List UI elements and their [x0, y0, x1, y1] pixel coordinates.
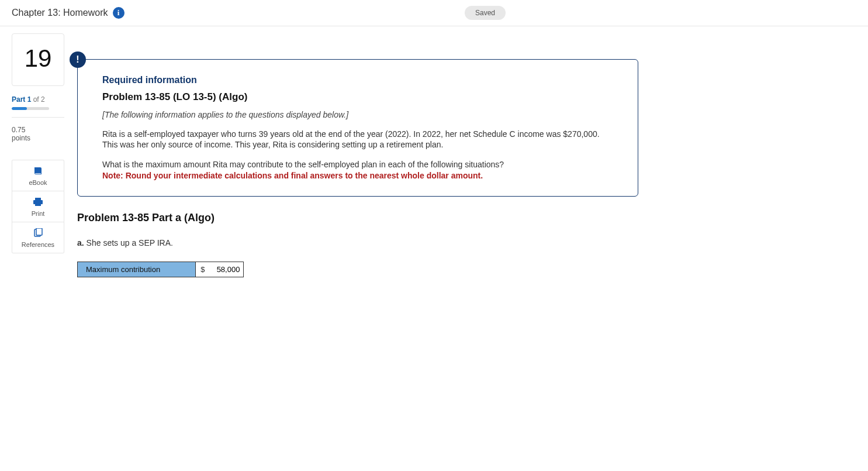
- required-info-box: ! Required information Problem 13-85 (LO…: [77, 59, 638, 197]
- subquestion: a. She sets up a SEP IRA.: [77, 238, 638, 247]
- svg-rect-5: [36, 228, 42, 235]
- part-label-bold: Part 1: [12, 95, 31, 104]
- references-icon: [33, 228, 43, 239]
- points-label: points: [12, 134, 64, 142]
- part-progress: Part 1 of 2: [12, 95, 64, 118]
- svg-rect-0: [35, 168, 41, 173]
- answer-input[interactable]: [208, 262, 243, 277]
- references-label: References: [22, 241, 54, 248]
- rounding-note: Note: Round your intermediate calculatio…: [102, 170, 613, 181]
- question-number-card: 19: [12, 33, 64, 86]
- subquestion-text: She sets up a SEP IRA.: [84, 238, 173, 247]
- page-title: Chapter 13: Homework: [12, 8, 108, 18]
- exclamation-icon: !: [70, 51, 86, 68]
- part-title: Problem 13-85 Part a (Algo): [77, 212, 638, 224]
- ebook-label: eBook: [29, 179, 47, 186]
- layout: 19 Part 1 of 2 0.75 points eBook: [0, 26, 868, 277]
- points-block: 0.75 points: [12, 126, 64, 142]
- ebook-button[interactable]: eBook: [12, 160, 64, 191]
- print-icon: [33, 197, 43, 208]
- tools-panel: eBook Print References: [12, 160, 64, 253]
- print-label: Print: [32, 210, 45, 217]
- subquestion-letter: a.: [77, 238, 84, 247]
- svg-rect-3: [35, 203, 41, 206]
- header-bar: Chapter 13: Homework i Saved: [0, 0, 868, 26]
- progress-fill: [12, 107, 27, 110]
- table-row: Maximum contribution $: [78, 262, 244, 277]
- applies-note: [The following information applies to th…: [102, 110, 613, 119]
- currency-symbol: $: [196, 265, 208, 274]
- print-button[interactable]: Print: [12, 191, 64, 222]
- answer-table: Maximum contribution $: [77, 262, 244, 277]
- book-icon: [33, 166, 43, 177]
- main-content: ! Required information Problem 13-85 (LO…: [77, 33, 638, 277]
- required-heading: Required information: [102, 75, 613, 85]
- question-text: What is the maximum amount Rita may cont…: [102, 159, 613, 170]
- references-button[interactable]: References: [12, 222, 64, 253]
- saved-badge: Saved: [465, 6, 506, 20]
- progress-bar: [12, 107, 49, 110]
- answer-cell: $: [196, 262, 244, 277]
- answer-row-label: Maximum contribution: [78, 262, 196, 277]
- sidebar: 19 Part 1 of 2 0.75 points eBook: [12, 33, 64, 277]
- question-number: 19: [12, 44, 64, 73]
- points-value: 0.75: [12, 126, 64, 134]
- scenario-text: Rita is a self-employed taxpayer who tur…: [102, 129, 613, 150]
- svg-rect-1: [35, 198, 41, 200]
- info-icon[interactable]: i: [113, 7, 125, 19]
- problem-reference: Problem 13-85 (LO 13-5) (Algo): [102, 91, 613, 103]
- part-label-of: of 2: [31, 95, 44, 104]
